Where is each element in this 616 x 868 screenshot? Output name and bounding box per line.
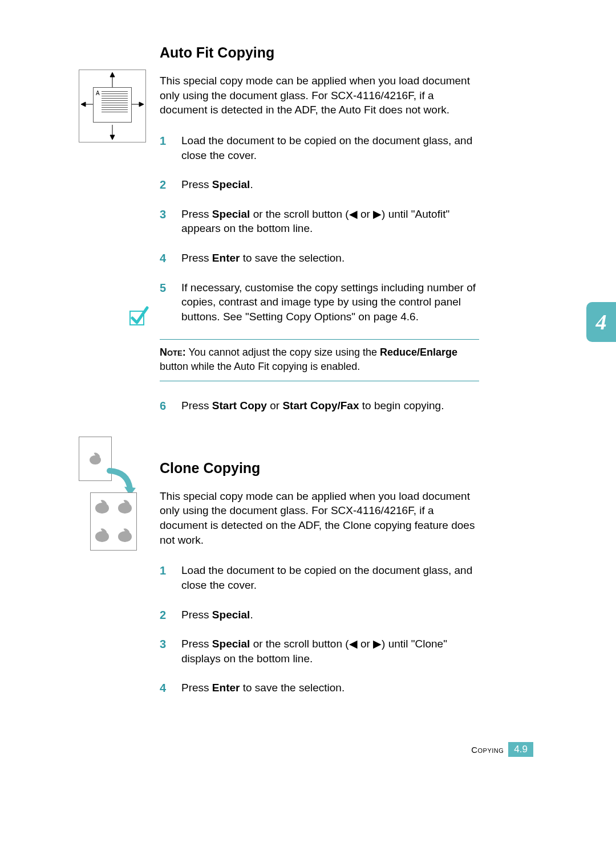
apple-icon (118, 500, 132, 514)
section2: Clone Copying This special copy mode can… (160, 460, 479, 695)
figure-lines (102, 91, 128, 114)
apple-icon (95, 500, 109, 514)
apple-icon (95, 529, 109, 543)
step-number: 2 (160, 608, 166, 623)
step-number: 5 (160, 280, 166, 296)
figure-autofit: A (79, 70, 146, 142)
step-text: Press Special or the scroll button (◀ or… (181, 638, 447, 665)
section1-intro: This special copy mode can be applied wh… (160, 74, 479, 117)
svg-marker-5 (81, 102, 86, 107)
step-item: 1Load the document to be copied on the d… (160, 133, 479, 162)
step-text: Press Special. (181, 178, 253, 190)
step-text: If necessary, customise the copy setting… (181, 282, 476, 323)
apple-icon (90, 453, 101, 464)
note-block: Note: You cannot adjust the copy size us… (160, 339, 479, 381)
step-item: 2Press Special. (160, 608, 479, 622)
step-text: Press Enter to save the selection. (181, 252, 345, 264)
arrow-right-icon (131, 101, 144, 108)
step-number: 6 (160, 398, 166, 414)
figure-autofit-label: A (96, 90, 100, 96)
chapter-tab: 4 (586, 302, 616, 342)
svg-marker-3 (110, 135, 115, 140)
apple-icon (118, 529, 132, 543)
chapter-number: 4 (596, 309, 607, 335)
page: A Auto Fit Copying This special copy mod… (0, 0, 616, 868)
step-text: Press Start Copy or Start Copy/Fax to be… (181, 400, 444, 411)
section1-steps-after-note: 6Press Start Copy or Start Copy/Fax to b… (160, 398, 479, 413)
svg-marker-1 (110, 72, 115, 77)
step-item: 4Press Enter to save the selection. (160, 251, 479, 266)
step-text: Load the document to be copied on the do… (181, 135, 472, 161)
step-text: Press Enter to save the selection. (181, 682, 345, 694)
step-item: 1Load the document to be copied on the d… (160, 563, 479, 592)
step-text: Press Special or the scroll button (◀ or… (181, 208, 449, 235)
footer-section-label: Copying (471, 745, 504, 755)
step-text: Load the document to be copied on the do… (181, 564, 472, 591)
step-number: 4 (160, 680, 166, 696)
section1-steps: 1Load the document to be copied on the d… (160, 133, 479, 324)
arrow-up-icon (109, 72, 116, 87)
step-item: 5If necessary, customise the copy settin… (160, 280, 479, 324)
step-text: Press Special. (181, 609, 253, 621)
step-number: 4 (160, 251, 166, 266)
footer-page-number: 4.9 (508, 742, 533, 757)
svg-marker-7 (139, 102, 144, 107)
step-number: 2 (160, 177, 166, 193)
section2-intro: This special copy mode can be applied wh… (160, 489, 479, 548)
step-number: 3 (160, 207, 166, 222)
section-title-autofit: Auto Fit Copying (160, 44, 479, 61)
step-item: 3Press Special or the scroll button (◀ o… (160, 207, 479, 236)
step-item: 6Press Start Copy or Start Copy/Fax to b… (160, 398, 479, 413)
section-title-clone: Clone Copying (160, 460, 479, 476)
figure-clone (79, 437, 147, 551)
step-number: 1 (160, 133, 166, 149)
arrow-down-icon (109, 125, 116, 140)
step-number: 1 (160, 563, 166, 578)
figure-autofit-inner: A (93, 87, 132, 123)
arrow-left-icon (81, 101, 94, 108)
step-item: 4Press Enter to save the selection. (160, 680, 479, 695)
step-item: 3Press Special or the scroll button (◀ o… (160, 637, 479, 666)
note-checkmark-icon (127, 304, 149, 327)
step-number: 3 (160, 637, 166, 652)
page-footer: Copying 4.9 (471, 742, 533, 757)
note-text: Note: You cannot adjust the copy size us… (160, 347, 457, 372)
step-item: 2Press Special. (160, 177, 479, 192)
content-column: Auto Fit Copying This special copy mode … (160, 44, 479, 710)
section2-steps: 1Load the document to be copied on the d… (160, 563, 479, 695)
figure-clone-result (90, 492, 137, 551)
